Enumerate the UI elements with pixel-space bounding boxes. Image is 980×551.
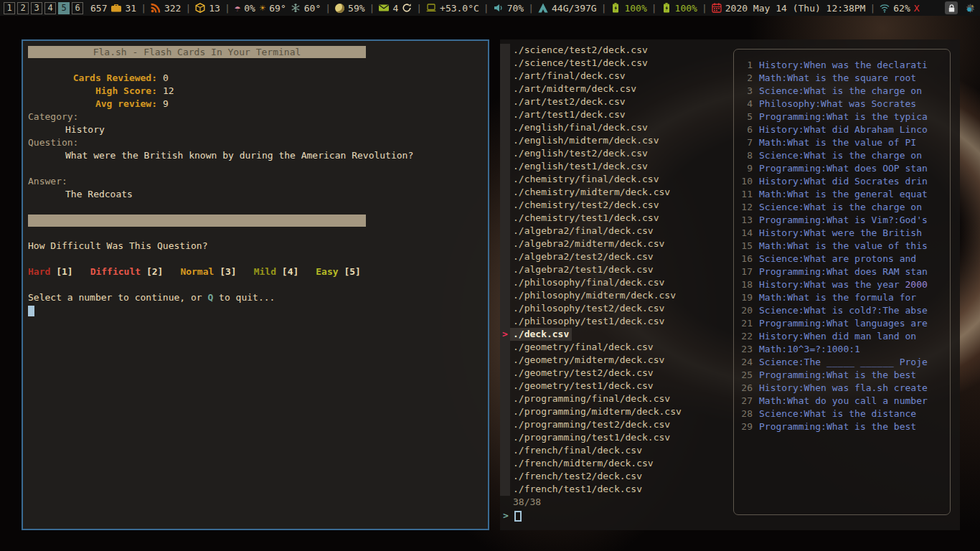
separator: | xyxy=(870,3,875,14)
fzf-prompt[interactable]: > xyxy=(503,509,522,522)
workspace-button[interactable]: 3 xyxy=(31,2,42,14)
line-number: 5 xyxy=(734,110,753,123)
difficulty-option[interactable]: Hard [1] xyxy=(28,265,73,278)
workspace-button[interactable]: 5 xyxy=(58,2,70,14)
file-list-item[interactable]: ./philosophy/test2/deck.csv xyxy=(500,302,684,315)
file-list-item[interactable]: ./geometry/test2/deck.csv xyxy=(500,367,684,380)
difficulty-option[interactable]: Difficult [2] xyxy=(90,265,164,278)
line-number: 25 xyxy=(734,369,753,382)
preview-text: Science:What is cold?:The abse xyxy=(759,304,928,317)
file-list-item[interactable]: ./art/test2/deck.csv xyxy=(500,95,684,108)
separator: | xyxy=(185,3,191,14)
fzf-pointer xyxy=(500,380,510,392)
moon-phase-icon xyxy=(335,4,344,13)
line-number: 8 xyxy=(734,149,753,162)
fzf-pointer xyxy=(500,341,510,354)
fzf-pointer xyxy=(500,276,510,289)
stat-label: Cards Reviewed: xyxy=(73,72,157,83)
difficulty-option[interactable]: Mild [4] xyxy=(254,265,299,278)
preview-text: Programming:What is the typica xyxy=(759,110,928,123)
answer-text: The Redcoats xyxy=(28,188,488,201)
prompt-cursor xyxy=(514,511,522,522)
file-list-item[interactable]: ./geometry/final/deck.csv xyxy=(500,341,684,354)
fzf-pointer xyxy=(500,470,510,483)
line-number: 7 xyxy=(734,136,753,149)
line-number: 9 xyxy=(734,162,753,175)
line-number: 27 xyxy=(734,395,753,408)
preview-text: Math:What is the value of this xyxy=(759,240,928,253)
rain-chance: 0% xyxy=(244,3,255,14)
preview-line: 11Math:What is the general equat xyxy=(734,188,950,201)
file-list-item[interactable]: ./programming/test2/deck.csv xyxy=(500,418,684,431)
preview-line: 22History:When did man land on xyxy=(734,330,950,343)
file-list-item[interactable]: ./programming/midterm/deck.csv xyxy=(500,405,684,418)
file-list-item[interactable]: ./philosophy/midterm/deck.csv xyxy=(500,289,684,302)
file-list-item[interactable]: ./programming/final/deck.csv xyxy=(500,392,684,405)
preview-line: 23Math:10^3=?:1000:1 xyxy=(734,343,950,356)
file-list-item[interactable]: ./art/test1/deck.csv xyxy=(500,108,684,121)
file-list-item[interactable]: ./science/test1/deck.csv xyxy=(500,57,684,70)
file-list-item[interactable]: ./french/final/deck.csv xyxy=(500,444,684,457)
file-path: ./philosophy/test1/deck.csv xyxy=(510,315,667,328)
cpu-temp: +53.0°C xyxy=(440,3,479,14)
workspace-button[interactable]: 6 xyxy=(72,2,83,14)
file-list-item[interactable]: ./algebra2/test2/deck.csv xyxy=(500,250,684,263)
fzf-pointer: > xyxy=(500,328,510,341)
file-list-item[interactable]: ./geometry/midterm/deck.csv xyxy=(500,354,684,367)
file-list-item[interactable]: ./programming/test1/deck.csv xyxy=(500,431,684,444)
file-list-item[interactable]: ./chemistry/midterm/deck.csv xyxy=(500,186,684,199)
line-number: 29 xyxy=(734,420,753,433)
moon-percent: 59% xyxy=(348,3,364,14)
day-temp: 69° xyxy=(269,3,286,14)
fzf-pointer xyxy=(500,289,510,302)
stats-block: Cards Reviewed:0 High Score:12 Avg revie… xyxy=(28,59,488,98)
answer-label: Answer: xyxy=(28,175,488,188)
file-list-item[interactable]: ./english/midterm/deck.csv xyxy=(500,134,684,147)
workspace-button[interactable]: 1 xyxy=(4,2,15,14)
file-list-item[interactable]: ./algebra2/midterm/deck.csv xyxy=(500,237,684,250)
file-list-item[interactable]: ./english/final/deck.csv xyxy=(500,121,684,134)
lock-tray-icon[interactable] xyxy=(945,1,958,14)
file-list-item[interactable]: ./french/test2/deck.csv xyxy=(500,470,684,483)
speaker-icon[interactable] xyxy=(494,3,504,13)
file-list-item[interactable]: ./art/final/deck.csv xyxy=(500,70,684,83)
package-count: 13 xyxy=(209,3,220,14)
progress-bar xyxy=(28,215,366,227)
separator: | xyxy=(651,3,657,14)
line-number: 19 xyxy=(734,291,753,304)
file-list-item[interactable]: ./english/test2/deck.csv xyxy=(500,147,684,160)
file-path: ./geometry/test1/deck.csv xyxy=(510,380,656,392)
file-list-item[interactable]: ./french/test1/deck.csv xyxy=(500,483,684,496)
file-path: ./algebra2/test2/deck.csv xyxy=(510,250,656,263)
file-list-item[interactable]: ./chemistry/final/deck.csv xyxy=(500,173,684,186)
separator: | xyxy=(484,3,489,14)
preview-line: 4Philosophy:What was Socrates xyxy=(734,98,950,110)
workspace-button[interactable]: 4 xyxy=(44,2,56,14)
file-list-item[interactable]: ./geometry/test1/deck.csv xyxy=(500,380,684,392)
workspace-button[interactable]: 2 xyxy=(17,2,29,14)
file-list-item[interactable]: ./english/test1/deck.csv xyxy=(500,160,684,173)
file-list-item[interactable]: >./deck.csv xyxy=(500,328,684,341)
file-list-item[interactable]: ./algebra2/test1/deck.csv xyxy=(500,263,684,276)
file-list-item[interactable]: ./philosophy/test1/deck.csv xyxy=(500,315,684,328)
preview-text: Programming:What is the best xyxy=(759,420,916,433)
difficulty-option[interactable]: Normal [3] xyxy=(180,265,236,278)
file-list-item[interactable]: ./chemistry/test1/deck.csv xyxy=(500,212,684,225)
terminal-cursor[interactable] xyxy=(28,306,34,316)
preview-text: Math:What is the formula for xyxy=(759,291,916,304)
fzf-pointer xyxy=(500,315,510,328)
difficulty-option-key: [4] xyxy=(282,266,298,277)
file-list-item[interactable]: ./french/midterm/deck.csv xyxy=(500,457,684,470)
snowflake-icon xyxy=(291,3,301,13)
cpu-temp-module: +53.0°C xyxy=(426,3,479,14)
fzf-pointer xyxy=(500,121,510,134)
file-list-item[interactable]: ./science/test2/deck.csv xyxy=(500,44,684,57)
file-list-item[interactable]: ./art/midterm/deck.csv xyxy=(500,83,684,95)
app-tray-icon[interactable] xyxy=(963,1,976,14)
refresh-icon[interactable] xyxy=(402,3,412,13)
file-list-item[interactable]: ./philosophy/final/deck.csv xyxy=(500,276,684,289)
file-list-item[interactable]: ./chemistry/test2/deck.csv xyxy=(500,199,684,212)
difficulty-option[interactable]: Easy [5] xyxy=(316,265,361,278)
file-list-item[interactable]: ./algebra2/final/deck.csv xyxy=(500,225,684,237)
preview-line: 29Programming:What is the best xyxy=(734,420,950,433)
